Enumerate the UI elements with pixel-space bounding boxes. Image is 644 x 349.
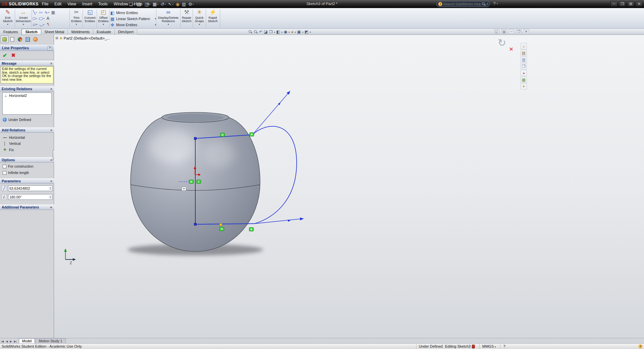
dropdown-caret-icon[interactable]: ▾ xyxy=(172,2,174,6)
relation-badge-intersection[interactable] xyxy=(189,180,194,184)
dropdown-caret-icon[interactable]: ▾ xyxy=(157,2,158,6)
menu-window[interactable]: Window xyxy=(111,0,131,8)
convert-entities-button[interactable]: ◱ Convert Entities xyxy=(83,9,97,28)
previous-view-icon[interactable]: ↶ xyxy=(259,30,262,34)
add-relations-section-header[interactable]: Add Relations » xyxy=(0,127,54,133)
file-properties-icon[interactable]: ▥ xyxy=(182,2,186,6)
dropdown-caret-icon[interactable]: ▾ xyxy=(36,11,37,13)
print-icon[interactable]: ▦▾ xyxy=(153,2,158,6)
tab-motion-study-1[interactable]: Motion Study 1 xyxy=(35,338,65,343)
options-section-header[interactable]: Options » xyxy=(0,157,54,163)
add-relation-fix-button[interactable]: ✛ Fix xyxy=(1,147,53,153)
dropdown-caret-icon[interactable]: ▾ xyxy=(44,17,45,19)
tab-display-manager[interactable] xyxy=(32,36,39,43)
tab-dimxpert[interactable]: DimXpert xyxy=(115,29,137,35)
dropdown-caret-icon[interactable]: ▾ xyxy=(141,2,142,6)
tab-sheet-metal[interactable]: Sheet Metal xyxy=(41,29,68,35)
help-menu-button[interactable]: ? ▾ xyxy=(493,1,498,6)
offset-entities-button[interactable]: ◰ Offset Entities ▾ xyxy=(97,9,109,28)
cancel-button[interactable]: ✖ xyxy=(11,52,15,58)
rapid-sketch-button[interactable]: ⚡ Rapid Sketch xyxy=(206,9,219,28)
angle-spinner[interactable]: ▴▾ xyxy=(49,195,51,198)
help-button[interactable]: ? xyxy=(48,46,52,50)
panes-button[interactable]: ⊞ xyxy=(627,1,634,7)
mirror-entities-button[interactable]: ◧ Mirror Entities xyxy=(110,10,156,16)
edit-appearance-icon[interactable]: ◕ xyxy=(291,30,293,34)
view-palette-icon[interactable]: ❐ xyxy=(521,63,527,69)
tab-configuration-manager[interactable] xyxy=(8,36,16,43)
trim-entities-button[interactable]: ✂ Trim Entities ▾ xyxy=(70,9,83,28)
appearances-scenes-icon[interactable]: ◕ xyxy=(521,70,527,76)
file-explorer-icon[interactable]: ▥ xyxy=(521,56,527,63)
custom-properties-icon[interactable]: ▦ xyxy=(521,76,527,83)
exit-sketch-corner-icon[interactable]: ↻ xyxy=(498,37,506,49)
design-library-icon[interactable]: ▤ xyxy=(521,50,527,56)
new-document-icon[interactable]: ❏▾ xyxy=(129,2,134,6)
existing-relations-section-header[interactable]: Existing Relations » xyxy=(0,86,54,92)
dropdown-caret-icon[interactable]: ▾ xyxy=(302,31,303,33)
ok-button[interactable]: ✔ xyxy=(3,52,7,59)
dropdown-caret-icon[interactable]: ▾ xyxy=(42,11,43,13)
open-icon[interactable]: ▤▾ xyxy=(137,2,142,6)
minimize-button[interactable]: ─ xyxy=(610,1,617,7)
status-help-button[interactable]: ? xyxy=(503,344,505,348)
repair-sketch-button[interactable]: ⚒ Repair Sketch xyxy=(181,9,192,28)
doc-minimize-button[interactable]: ─ xyxy=(509,29,514,34)
existing-relations-list[interactable]: ⊥ Horizontal2 xyxy=(2,93,52,115)
relation-badge-coincident[interactable] xyxy=(250,133,254,136)
line-tool-button[interactable]: ╲▾ xyxy=(32,9,37,15)
fillet-tool-button[interactable]: ◡▾ xyxy=(39,21,45,27)
message-section-header[interactable]: Message » xyxy=(0,61,54,66)
search-input[interactable] xyxy=(443,2,481,6)
length-parameter-input[interactable]: 63.63424802 ▴▾ xyxy=(8,185,52,191)
quick-snaps-button[interactable]: ✳ Quick Snaps ▾ xyxy=(193,9,205,28)
tab-weldments[interactable]: Weldments xyxy=(68,29,93,35)
dropdown-caret-icon[interactable]: ▾ xyxy=(310,31,311,33)
add-relation-horizontal-button[interactable]: — Horizontal xyxy=(1,134,53,140)
section-view-icon[interactable]: ◪ xyxy=(264,30,267,34)
sketch-endpoint[interactable] xyxy=(194,223,197,226)
display-style-icon[interactable]: ◧ xyxy=(276,30,280,34)
tab-model[interactable]: Model xyxy=(19,338,35,343)
help-sphere-icon[interactable]: ? xyxy=(638,344,642,348)
dropdown-caret-icon[interactable]: ▾ xyxy=(149,2,150,6)
dropdown-caret-icon[interactable]: ▾ xyxy=(76,23,77,26)
dropdown-caret-icon[interactable]: ▾ xyxy=(168,23,169,26)
feature-tree-root-label[interactable]: Part2 (Default<<Default>_... xyxy=(64,36,110,40)
angle-parameter-input[interactable]: 180.00° ▴▾ xyxy=(8,194,52,200)
close-button[interactable]: ✕ xyxy=(636,1,643,7)
tab-dimxpert-manager[interactable] xyxy=(24,36,32,43)
tab-sketch[interactable]: Sketch xyxy=(21,29,41,35)
window-cascade-icon[interactable]: ◱ xyxy=(494,29,499,34)
dropdown-caret-icon[interactable]: ▾ xyxy=(199,23,200,26)
options-icon[interactable]: ⚙▾ xyxy=(188,2,194,6)
solidworks-resources-icon[interactable]: ⌂ xyxy=(521,43,527,49)
select-icon[interactable]: ↖▾ xyxy=(168,2,173,6)
save-icon[interactable]: ◫▾ xyxy=(145,2,150,6)
relation-list-item[interactable]: ⊥ Horizontal2 xyxy=(3,93,51,98)
dropdown-caret-icon[interactable]: ▾ xyxy=(48,11,49,13)
viewport-3d-scene[interactable]: Z xyxy=(54,35,644,338)
smart-dimension-button[interactable]: ↔ Smart Dimension ▾ xyxy=(15,9,31,28)
length-spinner[interactable]: ▴▾ xyxy=(49,187,51,190)
circle-tool-button[interactable]: ○▾ xyxy=(38,9,43,15)
zoom-to-area-icon[interactable] xyxy=(254,30,258,34)
relation-badge-equal[interactable] xyxy=(220,227,224,231)
view-orientation-icon[interactable]: ❒ xyxy=(269,30,273,34)
dropdown-caret-icon[interactable]: ▾ xyxy=(274,31,275,33)
for-construction-checkbox[interactable] xyxy=(3,165,6,168)
restore-button[interactable]: ❐ xyxy=(619,1,626,7)
search-icon[interactable] xyxy=(482,2,486,6)
construction-tool-button[interactable]: ↰ xyxy=(46,21,50,27)
doc-close-button[interactable]: ✕ xyxy=(524,29,529,34)
dropdown-caret-icon[interactable]: ▾ xyxy=(165,2,166,6)
tree-expander-icon[interactable]: ⊞ xyxy=(55,36,58,40)
dropdown-caret-icon[interactable]: ▾ xyxy=(289,31,290,33)
menu-insert[interactable]: Insert xyxy=(79,0,95,8)
zoom-to-fit-icon[interactable] xyxy=(248,30,252,34)
spline-tool-button[interactable]: ∿▾ xyxy=(44,9,50,15)
doc-restore-button[interactable]: ❐ xyxy=(516,29,522,34)
display-delete-relations-button[interactable]: ∞ Display/Delete Relations ▾ xyxy=(157,9,180,28)
relation-badge-horizontal-inactive[interactable] xyxy=(182,187,186,191)
sketch-endpoint[interactable] xyxy=(194,137,197,140)
